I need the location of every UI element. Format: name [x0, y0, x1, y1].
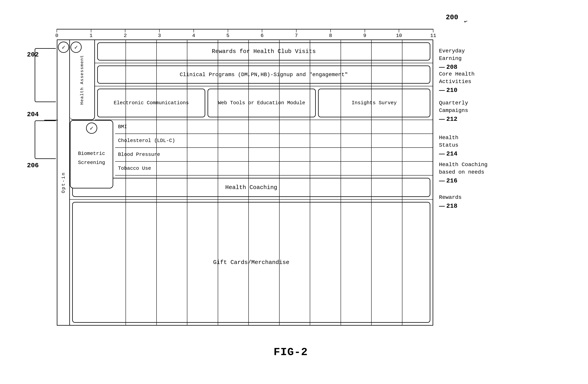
insights-survey-box: Insights Survey [318, 89, 430, 117]
ruler-area: 01234567891011 [57, 29, 433, 40]
ruler-tick-1 [91, 29, 91, 32]
insights-survey-text: Insights Survey [352, 99, 397, 107]
chart-border: Opt-in Health Assessment ✓ ✓ Rewards for… [57, 40, 433, 326]
rewards-label: Rewards 218 [439, 194, 462, 211]
biometric-label: Biometric Screening [70, 149, 113, 167]
ruler-label-3: 3 [158, 33, 161, 39]
ruler-tick-8 [330, 29, 331, 32]
web-tools-box: Web Tools or Education Module [208, 89, 315, 117]
ruler-tick-5 [228, 29, 228, 32]
ruler-label-4: 4 [192, 33, 195, 39]
ruler-tick-9 [365, 29, 365, 32]
gift-cards-text: Gift Cards/Merchandise [213, 259, 289, 266]
figure-label: FIG-2 [273, 346, 308, 358]
optin-label: Opt-in [61, 172, 66, 193]
ruler-label-2: 2 [124, 33, 127, 39]
electronic-comm-text: Electronic Communications [114, 99, 189, 107]
coaching-label: Health Coaching based on needs 216 [439, 161, 487, 185]
row-bmi: BMI [115, 120, 433, 134]
quarterly-campaigns-label: Quarterly Campaigns 212 [439, 99, 468, 124]
tobacco-text: Tobacco Use [118, 165, 151, 171]
ruler-tick-0 [57, 29, 57, 32]
ref-204: 204 [27, 111, 39, 118]
ruler-label-11: 11 [430, 33, 436, 39]
bracket-206 [35, 120, 56, 159]
cholesterol-text: Cholesterol (LDL-C) [118, 138, 175, 144]
health-status-label: Health Status 214 [439, 134, 459, 158]
row-bloodpressure: Blood Pressure [115, 148, 433, 162]
ruler-label-7: 7 [295, 33, 298, 39]
row-clinical: Clinical Programs (DM,PN,HB)-Signup and … [95, 63, 433, 86]
ruler-tick-6 [262, 29, 262, 32]
row-rewards: Rewards for Health Club Visits [95, 40, 433, 63]
ruler-label-8: 8 [329, 33, 332, 39]
line-204 [44, 40, 58, 120]
bmi-text: BMI [118, 124, 127, 130]
check-optin: ✓ [58, 42, 69, 53]
ref-216: 216 [446, 177, 458, 185]
electronic-comm-box: Electronic Communications [97, 89, 205, 117]
clinical-programs-box: Clinical Programs (DM,PN,HB)-Signup and … [97, 66, 430, 84]
ruler-tick-4 [193, 29, 194, 32]
row-quarterly: Electronic Communications Web Tools or E… [95, 86, 433, 120]
row-coaching: Health Coaching [70, 176, 433, 200]
ruler-label-10: 10 [396, 33, 402, 39]
check-biometric: ✓ [86, 123, 97, 134]
ref-206: 206 [27, 162, 39, 169]
ruler-label-9: 9 [363, 33, 366, 39]
health-assessment-label: Health Assessment [80, 55, 84, 105]
core-health-label: Core Health Activities 210 [439, 70, 475, 95]
diagram-container: 200 ↙ Opt-in Health Assessment ✓ ✓ Rewar… [12, 12, 570, 368]
ruler-label-5: 5 [226, 33, 230, 39]
everyday-earning-label: Everyday Earning 208 [439, 47, 465, 72]
biometric-screening-box: ✓ Biometric Screening [70, 120, 113, 188]
ruler-tick-2 [125, 29, 125, 32]
ruler-tick-3 [159, 29, 160, 32]
gift-cards-box: Gift Cards/Merchandise [72, 202, 430, 323]
ruler-tick-7 [296, 29, 296, 32]
arrow-200: ↙ [463, 17, 469, 25]
ref-200: 200 [446, 14, 458, 21]
ruler-tick-11 [433, 29, 433, 32]
ruler-label-1: 1 [89, 33, 93, 39]
ruler-label-6: 6 [261, 33, 264, 39]
web-tools-text: Web Tools or Education Module [218, 99, 305, 107]
check-health-assessment: ✓ [70, 42, 82, 53]
row-tobacco: Tobacco Use [115, 162, 433, 176]
health-coaching-text: Health Coaching [225, 184, 277, 191]
ruler-tick-10 [399, 29, 399, 32]
rewards-health-club-text: Rewards for Health Club Visits [212, 48, 316, 55]
ref-218: 218 [446, 202, 458, 211]
bloodpressure-text: Blood Pressure [118, 152, 160, 158]
optin-column: Opt-in [57, 40, 70, 325]
clinical-programs-text: Clinical Programs (DM,PN,HB)-Signup and … [180, 72, 348, 78]
ref-212: 212 [446, 115, 458, 124]
row-gifts: Gift Cards/Merchandise [70, 200, 433, 325]
health-coaching-box: Health Coaching [72, 178, 430, 197]
ruler-label-0: 0 [55, 33, 58, 39]
ref-210: 210 [446, 86, 458, 95]
row-cholesterol: Cholesterol (LDL-C) [115, 134, 433, 148]
ref-214: 214 [446, 150, 458, 158]
rewards-health-club-box: Rewards for Health Club Visits [97, 42, 430, 61]
